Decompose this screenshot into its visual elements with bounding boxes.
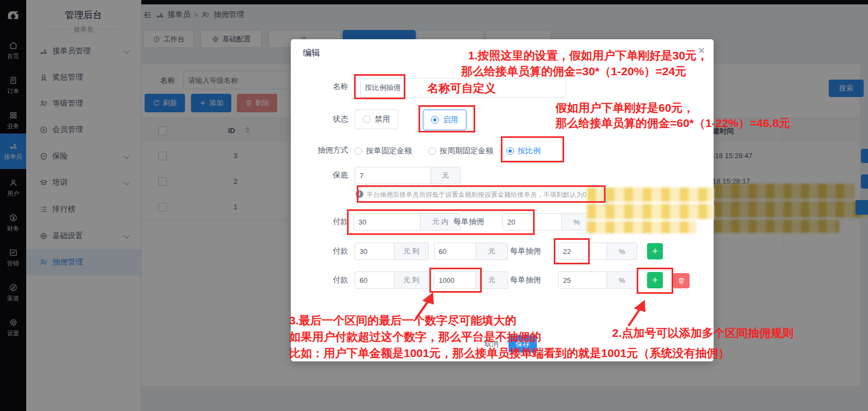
save-button[interactable]: 保存 [508,335,537,353]
add-tier-button[interactable]: + [647,243,663,259]
radio-icon [428,147,436,155]
tier2-rate-unit: % [607,243,637,260]
highlight-name-box [354,74,405,99]
floor-label: 保底 [291,171,348,180]
censored-region [587,221,696,233]
method-fixed-per-period-radio[interactable]: 按周期固定金额 [428,146,493,156]
floor-input[interactable] [355,167,431,184]
trash-icon [678,277,685,285]
tier3-rate-group: % [558,271,637,289]
highlight-enabled-box [418,105,475,132]
tier3-from-unit: 元 到 [394,271,429,289]
tier3-rate-unit: % [607,271,637,289]
highlight-1000-box [429,268,482,293]
highlight-ratio-box [501,136,564,162]
tier-label: 付款 [291,246,348,256]
tier2-from-unit: 元 到 [394,243,429,260]
floor-group: 元 [355,167,460,184]
tier2-from-input[interactable] [355,243,394,260]
edit-modal: 编辑 × 名称 状态 禁用 启用 抽佣方式 按单固定金额 按周期固定金额 按比例… [291,39,714,361]
floor-unit: 元 [431,167,460,184]
tier3-from-input[interactable] [355,271,394,289]
censored-region [587,188,714,202]
method-label: 抽佣方式 [291,146,348,155]
rate-label: 每单抽佣 [510,275,548,285]
radio-icon [363,116,370,123]
tier3-from-group: 元 到 [355,271,429,289]
delete-tier-button[interactable] [673,273,690,288]
cancel-button[interactable]: 取消 [477,335,506,353]
tier2-to-group: 元 [434,243,508,260]
radio-icon [355,147,362,155]
method-fixed-per-order-radio[interactable]: 按单固定金额 [355,146,412,156]
tier2-to-input[interactable] [434,243,476,260]
tier-label: 付款 [291,275,348,285]
tier3-rate-input[interactable] [558,271,607,289]
app-window: 首页 订单 业务 接单员 用户 财务 营销 渠道 设置 管理后台 接单员 接单员… [0,0,868,411]
highlight-tier1-box [347,209,535,235]
status-disabled-radio[interactable]: 禁用 [355,110,398,129]
tier2-to-unit: 元 [476,243,508,260]
highlight-plus-box [637,268,673,294]
modal-title: 编辑 [303,47,320,59]
name-label: 名称 [291,82,348,92]
status-label: 状态 [291,114,348,124]
rate-label: 每单抽佣 [510,246,548,256]
highlight-rate22-box [554,238,590,264]
tier-label: 付款 [291,217,348,227]
close-icon[interactable]: × [698,44,705,58]
tier2-from-group: 元 到 [355,243,429,260]
censored-region [587,204,714,219]
highlight-hint-box [357,185,606,203]
